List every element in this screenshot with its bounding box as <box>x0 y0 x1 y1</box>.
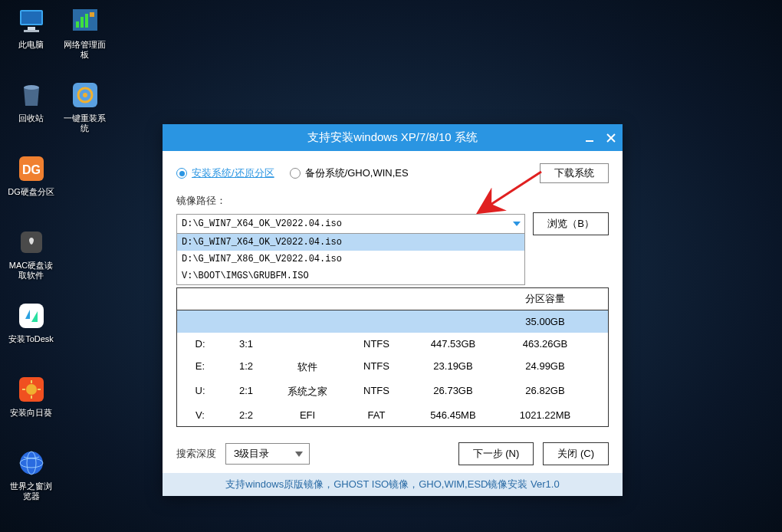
radio-backup[interactable]: 备份系统/GHO,WIN,ES <box>290 166 409 180</box>
dropdown-item[interactable]: V:\BOOT\IMGS\GRUBFM.ISO <box>177 268 524 284</box>
icon-label: 安装向日葵 <box>10 408 52 418</box>
cell-index: 2:2 <box>223 404 269 426</box>
svg-rect-26 <box>586 140 593 142</box>
cell-index: 3:1 <box>223 333 269 355</box>
window-controls <box>584 124 616 151</box>
mode-row: 安装系统/还原分区 备份系统/GHO,WIN,ES 下载系统 <box>176 163 609 183</box>
cell-used: 26.73GB <box>407 379 499 404</box>
icon-label: 网络管理面板 <box>60 40 110 60</box>
icon-label: 此电脑 <box>18 40 44 50</box>
image-path-dropdown: D:\G_WIN7_X64_OK_V2022.04.isoD:\G_WIN7_X… <box>176 234 525 285</box>
cell-drive: V: <box>177 404 223 426</box>
bin-icon <box>16 80 47 110</box>
cell-name <box>269 333 346 355</box>
search-depth-select[interactable]: 3级目录 <box>225 443 310 465</box>
search-depth-label: 搜索深度 <box>176 447 216 461</box>
svg-rect-8 <box>90 12 94 17</box>
cell-total: 24.99GB <box>499 355 591 379</box>
download-system-button[interactable]: 下载系统 <box>540 163 609 183</box>
todesk-icon <box>16 300 47 331</box>
next-button[interactable]: 下一步 (N) <box>458 442 534 465</box>
dropdown-item[interactable]: D:\G_WIN7_X86_OK_V2022.04.iso <box>177 251 524 268</box>
dropdown-arrow-icon[interactable] <box>513 222 521 226</box>
icon-label: 世界之窗浏览器 <box>6 481 56 501</box>
image-path-combo[interactable]: D:\G_WIN7_X64_OK_V2022.04.isoD:\G_WIN7_X… <box>176 214 525 234</box>
cell-drive: U: <box>177 379 223 404</box>
desktop-icon-todesk[interactable]: 安装ToDesk <box>6 300 56 344</box>
radio-backup-label: 备份系统/GHO,WIN,ES <box>305 166 409 180</box>
desktop-icon-sunflower[interactable]: 安装向日葵 <box>6 374 56 418</box>
bottom-row: 搜索深度 3级目录 下一步 (N) 关闭 (C) <box>176 442 609 465</box>
svg-point-23 <box>20 452 43 475</box>
svg-rect-7 <box>85 14 88 28</box>
svg-rect-6 <box>80 17 84 28</box>
dg-icon: DG <box>16 153 47 184</box>
icon-label: MAC硬盘读取软件 <box>6 261 56 281</box>
desktop-icon-bin[interactable]: 回收站 <box>6 80 56 123</box>
svg-point-12 <box>83 93 87 97</box>
col-capacity: 分区容量 <box>499 288 591 310</box>
titlebar[interactable]: 支持安装windows XP/7/8/10 系统 <box>163 124 623 151</box>
reinstall-icon <box>70 80 100 110</box>
net-icon <box>70 6 100 37</box>
table-row[interactable]: U:2:1系统之家NTFS26.73GB26.82GB <box>177 379 608 404</box>
icon-label: 回收站 <box>18 113 44 123</box>
dropdown-item[interactable]: D:\G_WIN7_X64_OK_V2022.04.iso <box>177 234 524 251</box>
cell-index: 1:2 <box>223 355 269 379</box>
table-row[interactable]: E:1:2软件NTFS23.19GB24.99GB <box>177 355 608 379</box>
cell-used: 23.19GB <box>407 355 499 379</box>
cell-total: 35.00GB <box>499 310 591 333</box>
cell-drive: E: <box>177 355 223 379</box>
cell-used: 447.53GB <box>407 333 499 355</box>
table-header-row: 分区容量 <box>177 288 608 310</box>
radio-circle-icon <box>176 168 187 179</box>
partition-table: 分区容量 35.00GB D:3:1NTFS447.53GB463.26GBE:… <box>176 287 609 427</box>
cell-fs: NTFS <box>346 333 407 355</box>
desktop-icon-reinstall[interactable]: 一键重装系统 <box>60 80 110 133</box>
cell-drive: D: <box>177 333 223 355</box>
installer-dialog: 支持安装windows XP/7/8/10 系统 安装系统/还原分区 备份系统/… <box>163 124 623 496</box>
desktop-icon-dg[interactable]: DGDG硬盘分区 <box>6 153 56 197</box>
icon-label: DG硬盘分区 <box>8 187 54 197</box>
browser-icon <box>16 448 47 478</box>
image-path-input[interactable] <box>176 214 525 234</box>
svg-point-9 <box>24 85 39 90</box>
cell-index: 2:1 <box>223 379 269 404</box>
chevron-down-icon <box>295 452 303 457</box>
desktop-icon-mac[interactable]: MAC硬盘读取软件 <box>6 227 56 281</box>
browse-button[interactable]: 浏览（B） <box>533 212 609 235</box>
cell-total: 463.26GB <box>499 333 591 355</box>
cell-name: EFI <box>269 404 346 426</box>
desktop-icon-pc[interactable]: 此电脑 <box>6 6 56 50</box>
cell-fs: NTFS <box>346 379 407 404</box>
pc-icon <box>16 6 47 37</box>
sunflower-icon <box>16 374 47 405</box>
icon-label: 一键重装系统 <box>60 113 110 133</box>
cell-total: 1021.22MB <box>499 404 591 426</box>
cell-used: 546.45MB <box>407 404 499 426</box>
radio-install[interactable]: 安装系统/还原分区 <box>176 166 274 180</box>
svg-rect-2 <box>28 27 35 30</box>
cell-name: 软件 <box>269 355 346 379</box>
minimize-button[interactable] <box>584 133 595 143</box>
table-row[interactable]: 35.00GB <box>177 310 608 333</box>
svg-text:DG: DG <box>22 163 41 176</box>
svg-point-18 <box>26 384 37 395</box>
svg-rect-3 <box>24 30 39 32</box>
close-button[interactable] <box>606 133 616 143</box>
cell-fs: NTFS <box>346 355 407 379</box>
cell-fs: FAT <box>346 404 407 426</box>
cell-total: 26.82GB <box>499 379 591 404</box>
desktop-icon-net[interactable]: 网络管理面板 <box>60 6 110 60</box>
svg-rect-1 <box>21 11 41 24</box>
table-row[interactable]: D:3:1NTFS447.53GB463.26GB <box>177 333 608 355</box>
icon-label: 安装ToDesk <box>8 334 54 344</box>
desktop-icon-browser[interactable]: 世界之窗浏览器 <box>6 448 56 501</box>
cell-name: 系统之家 <box>269 379 346 404</box>
radio-install-label: 安装系统/还原分区 <box>192 166 274 180</box>
mac-icon <box>16 227 47 258</box>
table-row[interactable]: V:2:2EFIFAT546.45MB1021.22MB <box>177 404 608 426</box>
image-path-row: D:\G_WIN7_X64_OK_V2022.04.isoD:\G_WIN7_X… <box>176 212 609 235</box>
close-dialog-button[interactable]: 关闭 (C) <box>543 442 609 465</box>
dialog-body: 安装系统/还原分区 备份系统/GHO,WIN,ES 下载系统 镜像路径： D:\… <box>163 151 623 473</box>
